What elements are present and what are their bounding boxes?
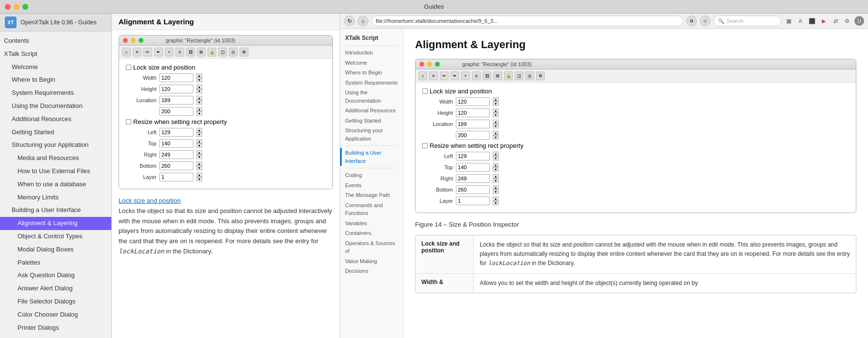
step-up[interactable]: ▲ bbox=[196, 73, 202, 78]
browser-addon1-icon[interactable]: A bbox=[796, 17, 805, 25]
art-field-left-input[interactable]: 129 bbox=[456, 152, 490, 160]
browser-addon4-icon[interactable]: ⇄ bbox=[831, 17, 840, 25]
art-field-width-input[interactable]: 120 bbox=[456, 97, 490, 106]
sidebar-item-when-to-use-database[interactable]: When to use a database bbox=[0, 178, 111, 191]
right-nav-variables[interactable]: Variables bbox=[340, 218, 403, 229]
sidebar-item-modal-dialog-boxes[interactable]: Modal Dialog Boxes bbox=[0, 243, 111, 256]
mock-checkbox-lock[interactable]: Lock size and position bbox=[125, 64, 327, 71]
field-width-input[interactable]: 120 bbox=[159, 73, 193, 82]
sidebar-item-color-chooser-dialog[interactable]: Color Chooser Dialog bbox=[0, 308, 111, 321]
art-step-up5[interactable]: ▲ bbox=[493, 152, 499, 156]
sidebar-item-structuring-app[interactable]: Structuring your Application bbox=[0, 139, 111, 152]
field-top-stepper[interactable]: ▲ ▼ bbox=[196, 139, 202, 148]
right-nav-structuring-app[interactable]: Structuring your Application bbox=[340, 125, 403, 143]
art-tool-target[interactable]: ◎ bbox=[525, 71, 534, 80]
art-step-down4[interactable]: ▼ bbox=[493, 135, 499, 140]
field-top-input[interactable]: 140 bbox=[159, 139, 193, 148]
sidebar-item-media-resources[interactable]: Media and Resources bbox=[0, 152, 111, 165]
browser-bars-icon[interactable]: ▦ bbox=[784, 17, 793, 25]
tool-edit[interactable]: ✏ bbox=[143, 48, 152, 56]
art-tool-plus[interactable]: + bbox=[461, 71, 470, 80]
art-field-left-stepper[interactable]: ▲ ▼ bbox=[493, 152, 499, 160]
step-down[interactable]: ▼ bbox=[196, 166, 202, 170]
field-width-stepper[interactable]: ▲ ▼ bbox=[196, 73, 202, 82]
right-nav-commands-functions[interactable]: Commands and Functions bbox=[340, 200, 403, 218]
art-checkbox-resize-icon[interactable] bbox=[422, 143, 428, 148]
art-checkbox-lock[interactable]: Lock size and position bbox=[421, 88, 850, 95]
step-down[interactable]: ▼ bbox=[196, 100, 202, 105]
minimize-button[interactable] bbox=[14, 4, 19, 10]
field-location2-input[interactable]: 200 bbox=[159, 107, 193, 116]
right-nav-where-to-begin[interactable]: Where to Begin bbox=[340, 68, 403, 78]
right-nav-value-making[interactable]: Value Making bbox=[340, 256, 403, 267]
tool-target[interactable]: ◎ bbox=[229, 48, 238, 56]
step-up[interactable]: ▲ bbox=[196, 139, 202, 143]
tool-layer[interactable]: ◫ bbox=[218, 48, 227, 56]
art-step-up2[interactable]: ▲ bbox=[493, 108, 499, 113]
art-field-right-input[interactable]: 249 bbox=[456, 174, 490, 183]
maximize-button[interactable] bbox=[22, 4, 28, 10]
art-field-layer-stepper[interactable]: ▲ ▼ bbox=[493, 196, 499, 205]
mock-close-btn[interactable] bbox=[123, 38, 128, 43]
right-nav-additional-resources[interactable]: Additional Resources bbox=[340, 106, 403, 116]
art-field-location-input[interactable]: 189 bbox=[456, 120, 490, 128]
tool-pencil[interactable]: ✒ bbox=[154, 48, 163, 56]
sidebar-item-where-to-begin[interactable]: Where to Begin bbox=[0, 73, 111, 87]
tool-list[interactable]: ≡ bbox=[133, 48, 141, 56]
field-layer-stepper[interactable]: ▲ ▼ bbox=[196, 173, 202, 181]
field-bottom-stepper[interactable]: ▲ ▼ bbox=[196, 161, 202, 170]
art-step-down7[interactable]: ▼ bbox=[493, 178, 499, 183]
sidebar-item-memory-limits[interactable]: Memory Limits bbox=[0, 191, 111, 204]
art-field-height-stepper[interactable]: ▲ ▼ bbox=[493, 108, 499, 117]
field-bottom-input[interactable]: 260 bbox=[159, 161, 193, 170]
art-checkbox-resize[interactable]: Resize when setting rect property bbox=[421, 142, 850, 149]
right-nav-building-user-interface[interactable]: Building a User Interface bbox=[340, 148, 403, 166]
browser-home-btn[interactable]: ⌂ bbox=[358, 16, 368, 26]
step-down[interactable]: ▼ bbox=[196, 78, 202, 82]
art-step-down8[interactable]: ▼ bbox=[493, 190, 499, 194]
sidebar-item-file-selector-dialogs[interactable]: File Selector Dialogs bbox=[0, 295, 111, 308]
browser-avatar-icon[interactable]: U bbox=[854, 16, 864, 26]
browser-url-bar[interactable]: file:///home/tom/.xtalk/documentationcac… bbox=[371, 16, 683, 26]
art-step-down2[interactable]: ▼ bbox=[493, 113, 499, 117]
step-down[interactable]: ▼ bbox=[196, 155, 202, 159]
field-right-input[interactable]: 249 bbox=[159, 150, 193, 159]
sidebar-item-external-files[interactable]: How to Use External Files bbox=[0, 165, 111, 178]
doc-link[interactable]: Lock size and position bbox=[119, 197, 181, 204]
art-step-down3[interactable]: ▼ bbox=[493, 124, 499, 128]
field-right-stepper[interactable]: ▲ ▼ bbox=[196, 150, 202, 159]
tool-lock[interactable]: 🔒 bbox=[208, 48, 216, 56]
field-layer-input[interactable]: 1 bbox=[159, 173, 193, 181]
art-tool-text[interactable]: A bbox=[472, 71, 481, 80]
browser-addon2-icon[interactable]: ⬛ bbox=[808, 17, 816, 25]
mock-checkbox-resize[interactable]: Resize when setting rect property bbox=[125, 118, 327, 125]
art-step-down6[interactable]: ▼ bbox=[493, 167, 499, 172]
art-tool-home[interactable]: ⌂ bbox=[418, 71, 427, 80]
art-step-up7[interactable]: ▲ bbox=[493, 174, 499, 178]
art-tool-grid[interactable]: ⊞ bbox=[493, 71, 502, 80]
art-step-down9[interactable]: ▼ bbox=[493, 201, 499, 205]
art-tool-lock[interactable]: 🔒 bbox=[504, 71, 513, 80]
sidebar-scroll[interactable]: Contents XTalk Script Welcome Where to B… bbox=[0, 32, 111, 338]
sidebar-item-additional-resources[interactable]: Additional Resources bbox=[0, 113, 111, 126]
art-field-bottom-stepper[interactable]: ▲ ▼ bbox=[493, 185, 499, 194]
art-step-up[interactable]: ▲ bbox=[493, 97, 499, 102]
mock-max-btn[interactable] bbox=[139, 38, 143, 43]
field-location-stepper[interactable]: ▲ ▼ bbox=[196, 96, 202, 105]
art-field-location-stepper[interactable]: ▲ ▼ bbox=[493, 120, 499, 128]
mock-min-btn[interactable] bbox=[131, 38, 136, 43]
sidebar-item-ask-question-dialog[interactable]: Ask Question Dialog bbox=[0, 269, 111, 282]
tool-grid[interactable]: ⊞ bbox=[197, 48, 206, 56]
step-up[interactable]: ▲ bbox=[196, 96, 202, 100]
art-tool-link[interactable]: ⛓ bbox=[483, 71, 491, 80]
right-nav-introduction[interactable]: Introduction bbox=[340, 48, 403, 58]
tool-settings[interactable]: ⚙ bbox=[240, 48, 248, 56]
step-up[interactable]: ▲ bbox=[196, 107, 202, 111]
art-field-bottom-input[interactable]: 260 bbox=[456, 185, 490, 194]
step-up[interactable]: ▲ bbox=[196, 173, 202, 177]
sidebar-item-getting-started[interactable]: Getting Started bbox=[0, 126, 111, 139]
step-up[interactable]: ▲ bbox=[196, 85, 202, 89]
tool-link[interactable]: ⛓ bbox=[186, 48, 195, 56]
art-field-width-stepper[interactable]: ▲ ▼ bbox=[493, 97, 499, 106]
step-down[interactable]: ▼ bbox=[196, 143, 202, 148]
